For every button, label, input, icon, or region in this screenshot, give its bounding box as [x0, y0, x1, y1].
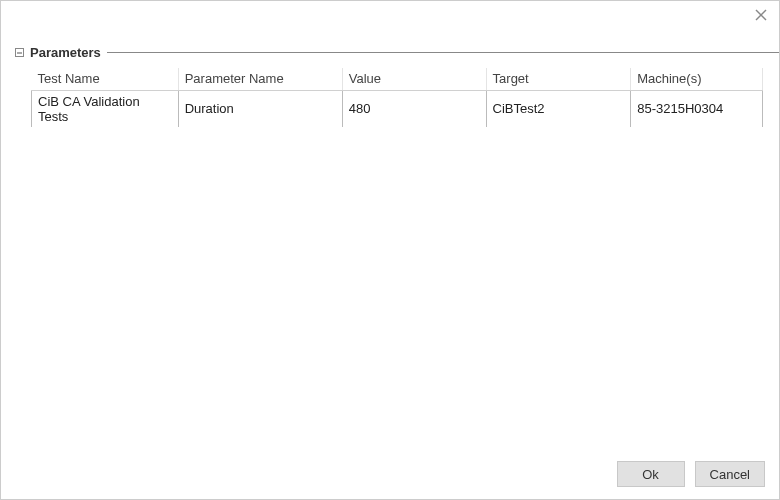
groupbox-divider	[107, 52, 779, 53]
col-header-test-name[interactable]: Test Name	[32, 68, 179, 90]
col-header-machines[interactable]: Machine(s)	[631, 68, 763, 90]
cancel-button[interactable]: Cancel	[695, 461, 765, 487]
dialog-buttons: Ok Cancel	[617, 461, 765, 487]
collapse-icon[interactable]	[15, 48, 24, 57]
groupbox-title: Parameters	[24, 45, 105, 60]
cell-machines: 85-3215H0304	[631, 90, 763, 127]
parameters-groupbox: Parameters Test Name Parameter Name Valu…	[15, 45, 779, 127]
cell-value: 480	[342, 90, 486, 127]
col-header-value[interactable]: Value	[342, 68, 486, 90]
close-icon[interactable]	[751, 5, 771, 25]
groupbox-header: Parameters	[15, 45, 779, 60]
cell-parameter-name: Duration	[178, 90, 342, 127]
cell-test-name: CiB CA Validation Tests	[32, 90, 179, 127]
table-header-row: Test Name Parameter Name Value Target Ma…	[32, 68, 763, 90]
ok-button[interactable]: Ok	[617, 461, 685, 487]
parameters-table: Test Name Parameter Name Value Target Ma…	[31, 68, 763, 127]
table-row[interactable]: CiB CA Validation Tests Duration 480 CiB…	[32, 90, 763, 127]
col-header-parameter-name[interactable]: Parameter Name	[178, 68, 342, 90]
cell-target: CiBTest2	[486, 90, 631, 127]
col-header-target[interactable]: Target	[486, 68, 631, 90]
